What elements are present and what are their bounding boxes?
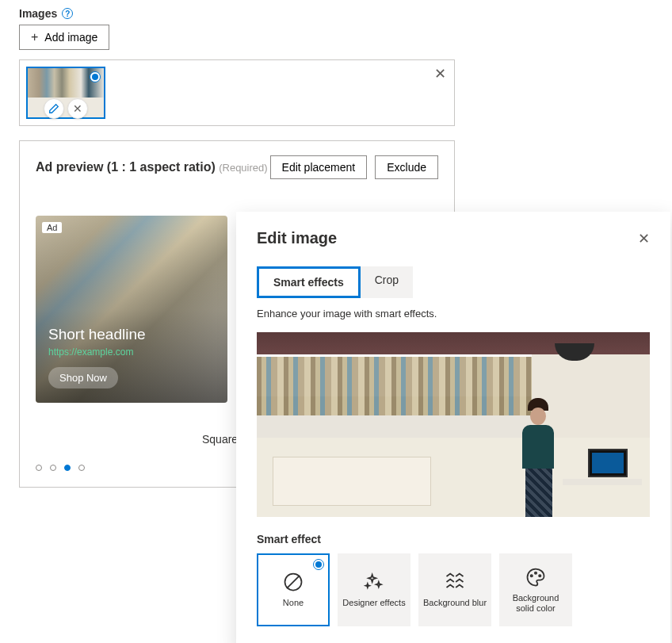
exclude-button[interactable]: Exclude (375, 155, 438, 179)
smart-effect-label: Smart effect (257, 533, 650, 545)
effect-designer[interactable]: Designer effects (338, 553, 410, 626)
svg-point-2 (531, 575, 533, 576)
effect-background-solid-color[interactable]: Background solid color (499, 553, 572, 626)
modal-tabs: Smart effects Crop (257, 266, 650, 298)
ad-headline: Short headline (48, 326, 146, 343)
svg-line-1 (287, 576, 300, 588)
edit-placement-button[interactable]: Edit placement (270, 155, 368, 179)
effect-radio (313, 559, 324, 570)
blur-icon (444, 571, 466, 593)
tab-description: Enhance your image with smart effects. (257, 308, 650, 320)
edit-image-modal: Edit image ✕ Smart effects Crop Enhance … (236, 212, 670, 643)
edit-thumbnail-icon[interactable] (44, 98, 64, 119)
effects-row: None Designer effects Background blur Ba… (257, 553, 650, 626)
ad-cta-button[interactable]: Shop Now (48, 367, 118, 388)
help-icon[interactable]: ? (62, 8, 73, 19)
page-dot[interactable] (50, 465, 56, 471)
image-preview (257, 332, 650, 517)
tab-crop[interactable]: Crop (361, 266, 413, 298)
ad-preview-image: Ad Short headline https://example.com Sh… (36, 216, 227, 403)
page-dot[interactable] (78, 465, 85, 471)
effect-background-blur[interactable]: Background blur (418, 553, 491, 626)
required-label: (Required) (219, 162, 267, 174)
close-icon[interactable]: ✕ (638, 230, 650, 247)
plus-icon: + (31, 30, 38, 44)
remove-thumbnail-icon[interactable]: ✕ (67, 98, 88, 119)
add-image-button[interactable]: + Add image (19, 25, 109, 50)
effect-label: Background blur (420, 598, 490, 608)
effect-none[interactable]: None (257, 553, 330, 626)
ad-url: https://example.com (48, 346, 146, 358)
svg-point-3 (535, 572, 536, 573)
page-dot[interactable] (36, 465, 42, 471)
effect-label: Background solid color (499, 593, 572, 614)
sparkle-icon (363, 571, 385, 593)
add-image-label: Add image (44, 31, 97, 44)
images-section-label: Images ? (19, 7, 653, 20)
modal-title: Edit image (257, 229, 337, 247)
preview-title: Ad preview (1 : 1 aspect ratio) (36, 160, 216, 174)
tab-smart-effects[interactable]: Smart effects (257, 266, 361, 298)
images-label-text: Images (19, 7, 57, 20)
ad-badge: Ad (42, 222, 62, 233)
svg-point-4 (539, 575, 540, 576)
effect-label: Designer effects (339, 598, 408, 608)
image-thumbnail[interactable]: ✕ (26, 67, 105, 119)
thumbnail-radio[interactable] (90, 71, 101, 82)
palette-icon (525, 566, 547, 588)
page-dot[interactable] (64, 465, 71, 471)
close-icon[interactable]: ✕ (434, 65, 446, 82)
image-thumbnails-container: ✕ ✕ (19, 59, 455, 126)
none-icon (282, 571, 304, 593)
effect-label: None (280, 598, 307, 608)
